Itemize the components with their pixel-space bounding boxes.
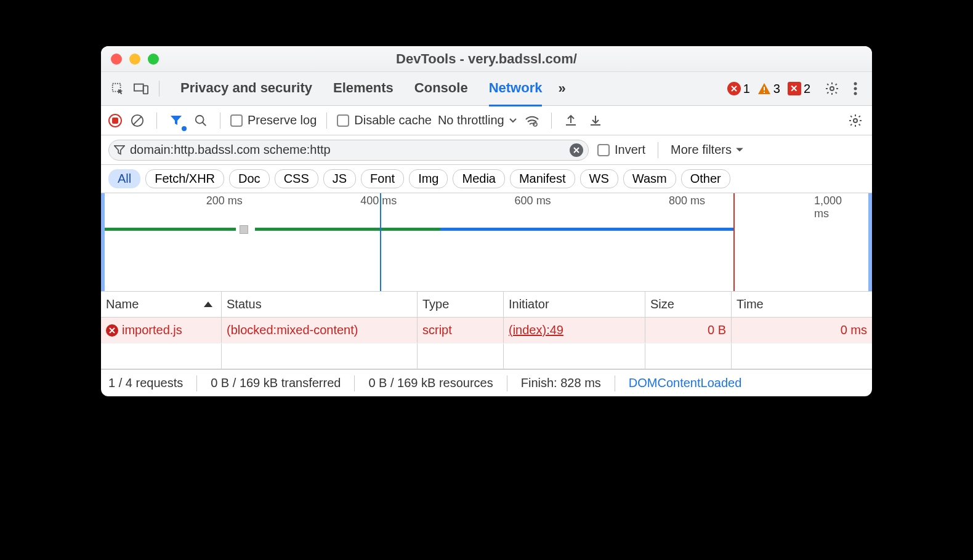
svg-point-8	[854, 92, 857, 95]
chip-font[interactable]: Font	[361, 169, 404, 188]
timeline-marker	[240, 225, 248, 234]
warnings-indicator[interactable]: 3	[757, 82, 780, 96]
tab-console[interactable]: Console	[414, 71, 468, 106]
more-filters-dropdown[interactable]: More filters	[671, 143, 744, 157]
chip-ws[interactable]: WS	[580, 169, 618, 188]
svg-rect-3	[764, 87, 765, 90]
invert-label: Invert	[615, 143, 645, 157]
disable-cache-label: Disable cache	[354, 113, 432, 127]
issues-indicator[interactable]: ✕ 2	[788, 82, 810, 96]
empty-row	[101, 343, 872, 369]
filter-input-container[interactable]	[108, 140, 589, 161]
column-header-status[interactable]: Status	[222, 292, 418, 317]
chevron-down-icon	[509, 118, 517, 123]
request-name: imported.js	[122, 323, 182, 337]
tab-network[interactable]: Network	[489, 71, 543, 106]
warning-icon	[757, 82, 771, 95]
svg-line-10	[134, 116, 142, 124]
chip-fetch-xhr[interactable]: Fetch/XHR	[145, 169, 224, 188]
cell-size: 0 B	[645, 318, 732, 343]
record-button[interactable]	[108, 114, 122, 127]
column-header-size[interactable]: Size	[645, 292, 732, 317]
timeline-segment	[105, 228, 236, 231]
inspect-element-icon[interactable]	[108, 79, 127, 98]
svg-point-5	[830, 87, 834, 90]
load-line	[733, 193, 735, 291]
chip-manifest[interactable]: Manifest	[510, 169, 575, 188]
zoom-window-button[interactable]	[148, 54, 159, 65]
ruler-tick: 600 ms	[515, 194, 551, 207]
warnings-count: 3	[773, 82, 780, 96]
download-har-icon[interactable]	[586, 111, 605, 130]
ruler-tick: 200 ms	[206, 194, 243, 207]
checkbox-icon	[597, 144, 610, 156]
separator	[615, 375, 615, 391]
preserve-log-checkbox[interactable]: Preserve log	[230, 113, 317, 127]
upload-har-icon[interactable]	[562, 111, 580, 130]
errors-count: 1	[743, 82, 750, 96]
panel-tabs: Privacy and security Elements Console Ne…	[180, 71, 542, 106]
close-window-button[interactable]	[111, 54, 122, 65]
request-row-blocked[interactable]: imported.js (blocked:mixed-content) scri…	[101, 318, 872, 343]
errors-indicator[interactable]: 1	[727, 82, 750, 96]
cell-type: script	[418, 318, 504, 343]
filter-icon[interactable]	[167, 111, 185, 130]
column-header-initiator[interactable]: Initiator	[504, 292, 645, 317]
sb-transferred: 0 B / 169 kB transferred	[211, 376, 341, 390]
ruler-tick: 400 ms	[360, 194, 397, 207]
tab-elements[interactable]: Elements	[333, 71, 394, 106]
device-toolbar-icon[interactable]	[132, 79, 150, 98]
column-header-label: Name	[106, 297, 139, 311]
column-header-time[interactable]: Time	[732, 292, 872, 317]
filter-input[interactable]	[130, 143, 565, 157]
chip-media[interactable]: Media	[453, 169, 504, 188]
column-header-name[interactable]: Name	[101, 292, 222, 317]
clear-filter-button[interactable]	[570, 143, 583, 157]
chip-doc[interactable]: Doc	[229, 169, 270, 188]
network-settings-icon[interactable]	[846, 111, 865, 130]
separator	[658, 142, 658, 158]
chip-img[interactable]: Img	[409, 169, 448, 188]
svg-point-14	[854, 119, 857, 122]
tab-privacy-security[interactable]: Privacy and security	[180, 71, 312, 106]
clear-icon[interactable]	[128, 111, 147, 130]
invert-checkbox[interactable]: Invert	[597, 143, 645, 157]
ruler-tick: 800 ms	[669, 194, 705, 207]
column-header-type[interactable]: Type	[418, 292, 504, 317]
timeline-ruler: 200 ms 400 ms 600 ms 800 ms 1,000 ms	[101, 193, 872, 212]
separator	[196, 375, 197, 391]
filter-funnel-icon	[114, 145, 125, 156]
cell-time: 0 ms	[732, 318, 872, 343]
checkbox-icon	[337, 114, 349, 127]
svg-rect-1	[134, 84, 143, 91]
cell-status: (blocked:mixed-content)	[222, 318, 418, 343]
settings-icon[interactable]	[823, 79, 841, 98]
search-icon[interactable]	[192, 111, 210, 130]
more-tabs-button[interactable]: »	[558, 81, 565, 97]
throttling-value: No throttling	[438, 113, 504, 127]
window-title: DevTools - very.badssl.com/	[396, 51, 577, 67]
window-controls	[111, 54, 159, 65]
timeline-overview[interactable]: 200 ms 400 ms 600 ms 800 ms 1,000 ms	[101, 193, 872, 292]
chip-css[interactable]: CSS	[275, 169, 318, 188]
sort-ascending-icon	[204, 302, 212, 307]
filter-bar: Invert More filters	[101, 135, 872, 165]
dcl-line	[380, 193, 381, 291]
minimize-window-button[interactable]	[129, 54, 140, 65]
chip-other[interactable]: Other	[681, 169, 730, 188]
network-conditions-icon[interactable]	[523, 111, 541, 130]
disable-cache-checkbox[interactable]: Disable cache	[337, 113, 432, 127]
sb-dcl[interactable]: DOMContentLoaded	[629, 376, 741, 390]
svg-rect-4	[764, 92, 765, 93]
checkbox-icon	[230, 114, 243, 127]
separator	[551, 113, 552, 129]
timeline-segment	[440, 228, 733, 231]
initiator-link[interactable]: (index):49	[509, 323, 563, 337]
chip-wasm[interactable]: Wasm	[623, 169, 676, 188]
error-icon	[727, 82, 741, 95]
svg-point-11	[196, 115, 204, 123]
chip-js[interactable]: JS	[323, 169, 356, 188]
chip-all[interactable]: All	[108, 169, 140, 188]
more-menu-icon[interactable]	[846, 79, 865, 98]
throttling-dropdown[interactable]: No throttling	[438, 113, 517, 127]
